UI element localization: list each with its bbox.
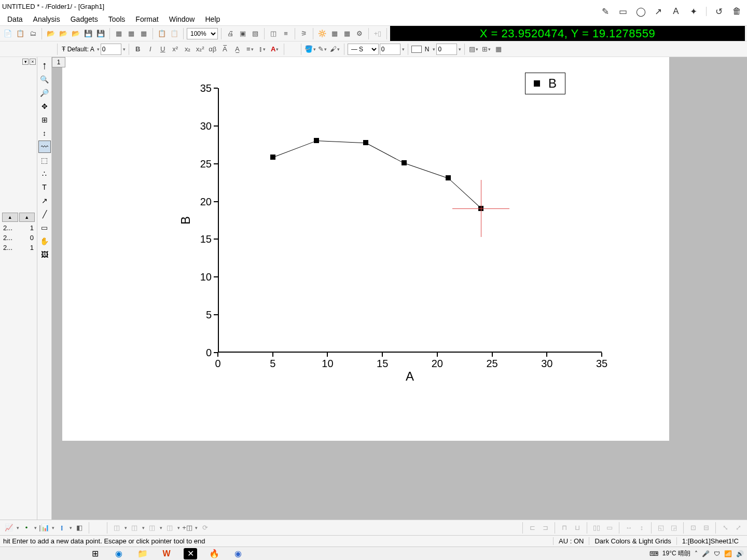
app2-icon[interactable]: 🔥	[208, 548, 221, 559]
region-tool-icon[interactable]: ⬚	[38, 154, 51, 166]
import-icon[interactable]: 📂	[70, 28, 81, 39]
calc-icon[interactable]: 🔆	[316, 28, 328, 39]
replot-icon[interactable]: ⟳	[199, 522, 211, 534]
line-color-icon[interactable]: ✎▾	[317, 44, 328, 55]
align-r-icon[interactable]: ⊐	[540, 522, 551, 534]
menu-tools[interactable]: Tools	[103, 13, 131, 25]
merge-icon[interactable]: ◫	[129, 522, 140, 534]
weather-widget[interactable]: 19°C 晴朗	[662, 549, 690, 558]
slide-icon[interactable]: ▧	[250, 28, 261, 39]
trash-icon[interactable]: 🗑	[731, 6, 742, 17]
bar-plot-icon[interactable]: |📊	[38, 522, 50, 534]
align-icon[interactable]: ≡▾	[244, 44, 256, 55]
pointer-tool-icon[interactable]: ⭡	[38, 60, 51, 72]
hand-tool-icon[interactable]: ✋	[38, 235, 51, 247]
line-width-input[interactable]	[380, 44, 400, 55]
align-l-icon[interactable]: ⊏	[527, 522, 538, 534]
open-excel-icon[interactable]: 📂	[58, 28, 69, 39]
resize2-icon[interactable]: ⤢	[732, 522, 744, 534]
menu-window[interactable]: Window	[164, 13, 200, 25]
underline-icon[interactable]: U	[157, 44, 169, 55]
saveas-icon[interactable]: 💾	[95, 28, 106, 39]
edge-icon[interactable]: ◉	[112, 548, 126, 559]
line-style-select[interactable]: — S	[348, 44, 379, 55]
status-theme[interactable]: Dark Colors & Light Grids	[589, 537, 676, 545]
dist-v-icon[interactable]: ▭	[604, 522, 615, 534]
zoomin-tool-icon[interactable]: 🔍	[38, 73, 51, 86]
graph-canvas[interactable]: B A B 0510152025303505101520253035	[62, 57, 669, 441]
menu-format[interactable]: Format	[130, 13, 163, 25]
app1-icon[interactable]: ✕	[184, 548, 197, 559]
fill-color-icon[interactable]: 🪣▾	[305, 44, 316, 55]
undo-icon[interactable]: ↺	[714, 6, 724, 17]
ungroup-icon[interactable]: ⊟	[700, 522, 712, 534]
panel-icon[interactable]: ▦	[493, 44, 504, 55]
mask-tool-icon[interactable]: ∴	[38, 167, 51, 180]
lock-icon[interactable]: ▦	[341, 28, 353, 39]
volume-icon[interactable]: 🔊	[736, 550, 744, 557]
mic-icon[interactable]: 🎤	[702, 550, 710, 557]
menu-gadgets[interactable]: Gadgets	[65, 13, 103, 25]
n-value-input[interactable]	[436, 44, 457, 55]
refresh-icon[interactable]: ≡	[280, 28, 292, 39]
stack-icon[interactable]: ◫	[164, 522, 175, 534]
bg-color-icon[interactable]: 🖌▾	[329, 44, 341, 55]
column-plot-icon[interactable]: ⫿	[56, 522, 67, 534]
scatter-plot-icon[interactable]: •	[21, 522, 32, 534]
group-icon[interactable]: ⊡	[687, 522, 699, 534]
drawdata-tool-icon[interactable]: 〰	[38, 141, 51, 153]
table-icon[interactable]: ⊞▾	[480, 44, 492, 55]
superscript-icon[interactable]: x²	[170, 44, 181, 55]
layer-tab[interactable]: 1	[52, 57, 65, 67]
arrow-icon[interactable]: ↗	[653, 6, 663, 17]
panel-up-icon[interactable]: ▲	[2, 213, 18, 222]
layer-icon[interactable]: ◫	[111, 522, 122, 534]
save-icon[interactable]: 💾	[82, 28, 94, 39]
panel-close-icon[interactable]: ×	[30, 59, 36, 65]
print-icon[interactable]: 🖨	[225, 28, 236, 39]
open-icon[interactable]: 📂	[45, 28, 57, 39]
pan-tool-icon[interactable]: ✥	[38, 100, 51, 113]
hatch-icon[interactable]: ▨▾	[468, 44, 479, 55]
text-tool-icon[interactable]: A	[671, 6, 681, 17]
grid2-icon[interactable]: ▦	[126, 28, 137, 39]
circle-icon[interactable]: ◯	[635, 6, 646, 17]
tree-icon[interactable]: ⚞	[298, 28, 310, 39]
wand-icon[interactable]: ✦	[688, 6, 699, 17]
copy-icon[interactable]: 📋	[156, 28, 168, 39]
same-w-icon[interactable]: ↔	[623, 522, 634, 534]
subscript-icon[interactable]: x₂	[182, 44, 193, 55]
rect-icon[interactable]: ▭	[618, 6, 628, 17]
bold-icon[interactable]: B	[132, 44, 144, 55]
datareader-tool-icon[interactable]: ⊞	[38, 114, 51, 126]
menu-analysis[interactable]: Analysis	[28, 13, 65, 25]
resize1-icon[interactable]: ⤡	[720, 522, 731, 534]
add-plot-icon[interactable]: +◫	[182, 522, 193, 534]
grid3-icon[interactable]: ▦	[138, 28, 149, 39]
tray-chevron-icon[interactable]: ˄	[695, 550, 698, 557]
font-size-input[interactable]	[101, 44, 121, 55]
menu-data[interactable]: Data	[2, 13, 28, 25]
supersub-icon[interactable]: x₂²	[195, 44, 206, 55]
font-inc-icon[interactable]: A̅	[219, 44, 231, 55]
arrow-tool-icon[interactable]: ↗	[38, 194, 51, 207]
rect-tool-icon[interactable]: ▭	[38, 221, 51, 234]
wps-icon[interactable]: W	[160, 548, 173, 559]
list-item[interactable]: 2...0	[1, 233, 36, 243]
explorer-task-icon[interactable]: 📁	[136, 548, 149, 559]
security-icon[interactable]: 🛡	[714, 550, 720, 557]
dist-h-icon[interactable]: ▯▯	[591, 522, 602, 534]
panel-down-icon[interactable]: ▲	[19, 213, 35, 222]
text-label-icon[interactable]: T	[38, 181, 51, 193]
align-b-icon[interactable]: ⊔	[572, 522, 583, 534]
line-tool-icon[interactable]: ╱	[38, 208, 51, 220]
datacursor-tool-icon[interactable]: ↕	[38, 127, 51, 139]
3d-plot-icon[interactable]: ◧	[74, 522, 85, 534]
network-icon[interactable]: 📶	[724, 550, 732, 557]
list-item[interactable]: 2...1	[1, 243, 36, 253]
origin-icon[interactable]: ◉	[231, 548, 245, 559]
line-plot-icon[interactable]: 📈	[3, 522, 15, 534]
explorer-icon[interactable]: 🗂	[27, 28, 38, 39]
extract-icon[interactable]: ◫	[146, 522, 158, 534]
back-icon[interactable]: ◲	[668, 522, 680, 534]
